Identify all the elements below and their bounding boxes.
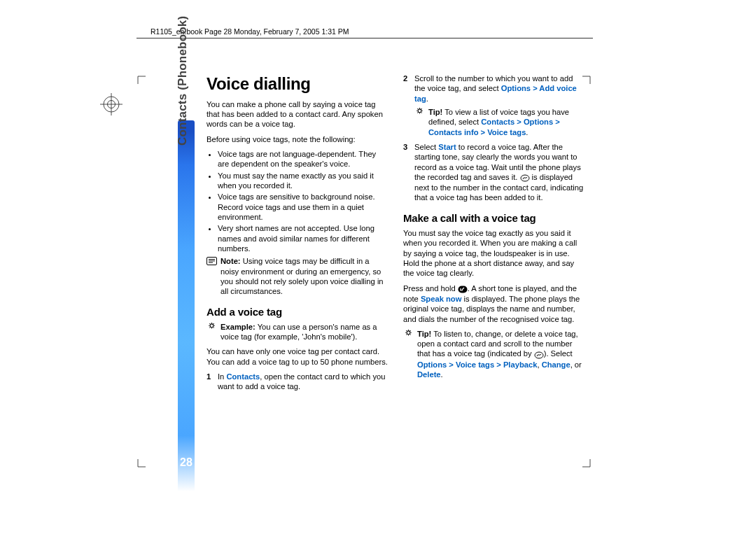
step-2-number: 2 (403, 73, 414, 104)
intro-paragraph: You can make a phone call by saying a vo… (206, 99, 388, 129)
tip-icon-1 (414, 107, 427, 137)
tip-2-post: . (441, 370, 443, 379)
step-1: 1 In Contacts, open the contact card to … (206, 372, 388, 392)
svg-line-33 (406, 330, 407, 331)
before-line: Before using voice tags, note the follow… (206, 134, 388, 144)
tip-2-label: Tip! (417, 330, 431, 338)
svg-point-8 (210, 324, 214, 328)
svg-rect-5 (209, 259, 215, 260)
bullet-3: Voice tags are sensitive to background n… (218, 192, 388, 222)
example-block: Example: You can use a person's name as … (206, 322, 388, 342)
svg-line-23 (421, 112, 422, 113)
svg-line-14 (214, 327, 214, 328)
page-number: 28 (180, 456, 192, 469)
make-paragraph-2: Press and hold . A short tone is played,… (403, 283, 584, 324)
bullet-1: Voice tags are not language-dependent. T… (218, 149, 388, 169)
header-rule (136, 38, 593, 38)
step-3-number: 3 (403, 142, 414, 203)
step-3-body: Select Start to record a voice tag. Afte… (414, 142, 584, 203)
svg-rect-7 (209, 262, 213, 263)
tip-2-link-2: Change (542, 360, 570, 369)
step-2: 2 Scroll to the number to which you want… (403, 73, 584, 104)
send-key-icon (458, 284, 468, 294)
heading-add-voice-tag: Add a voice tag (206, 305, 388, 318)
bullet-4: Very short names are not accepted. Use l… (218, 223, 388, 253)
svg-line-15 (209, 327, 210, 328)
svg-point-28 (407, 331, 410, 335)
svg-line-16 (214, 323, 214, 324)
side-section-label: Contacts (Phonebook) (176, 16, 190, 146)
note-label: Note: (220, 257, 241, 265)
svg-line-35 (406, 334, 407, 335)
tip-2-mid: ). Select (544, 349, 573, 358)
example-icon (206, 322, 219, 342)
tip-2-link-1: Options > Voice tags > Playback (417, 360, 537, 369)
step-1-number: 1 (206, 372, 218, 392)
steps-list-2: 2 Scroll to the number to which you want… (403, 73, 584, 104)
step-3-link-start: Start (438, 143, 456, 151)
svg-line-25 (421, 108, 422, 109)
step-3-pre: Select (414, 143, 438, 151)
tip-1-label: Tip! (428, 108, 442, 116)
heading-voice-dialling: Voice dialling (206, 73, 388, 95)
voice-tag-indicator-icon (520, 173, 530, 183)
step-2-post: . (426, 94, 428, 103)
heading-make-call: Make a call with a voice tag (403, 211, 584, 225)
svg-point-17 (418, 109, 421, 113)
make2-pre: Press and hold (403, 284, 458, 293)
note-text: Note: Using voice tags may be difficult … (220, 256, 388, 296)
example-label: Example: (220, 323, 255, 331)
tip-2-block: Tip! To listen to, change, or delete a v… (403, 329, 584, 380)
column-right: 2 Scroll to the number to which you want… (403, 73, 584, 395)
svg-line-34 (410, 334, 411, 335)
svg-line-22 (417, 108, 418, 109)
crop-registration-target (100, 93, 122, 115)
limit-paragraph: You can have only one voice tag per cont… (206, 346, 388, 367)
svg-line-24 (417, 112, 418, 113)
note-body: Using voice tags may be difficult in a n… (220, 257, 384, 295)
tip-1-text: Tip! To view a list of voice tags you ha… (428, 107, 584, 137)
steps-list-1: 1 In Contacts, open the contact card to … (206, 372, 388, 392)
tip-2-or: , or (570, 360, 582, 369)
svg-line-13 (209, 323, 210, 324)
step-3: 3 Select Start to record a voice tag. Af… (403, 142, 584, 203)
note-block: Note: Using voice tags may be difficult … (206, 256, 388, 296)
step-2-body: Scroll to the number to which you want t… (414, 73, 584, 104)
example-text: Example: You can use a person's name as … (220, 322, 388, 342)
tip-icon-2 (403, 329, 416, 380)
tip-1-post: . (526, 128, 528, 136)
tip-2-text: Tip! To listen to, change, or delete a v… (417, 329, 584, 380)
step-1-pre: In (218, 372, 226, 381)
step-1-link-contacts: Contacts (226, 372, 260, 381)
note-icon (206, 256, 219, 296)
page-body: Contacts (Phonebook) 28 Voice dialling Y… (136, 73, 592, 469)
column-left: Voice dialling You can make a phone call… (206, 73, 388, 395)
bullet-2: You must say the name exactly as you sai… (218, 171, 388, 191)
speak-now-label: Speak now (421, 295, 461, 303)
side-tab-gradient (178, 120, 195, 491)
tip-2-link-3: Delete (417, 370, 441, 379)
tip-1-block: Tip! To view a list of voice tags you ha… (403, 107, 584, 137)
make-paragraph-1: You must say the voice tag exactly as yo… (403, 228, 584, 279)
svg-rect-6 (209, 261, 215, 262)
bullet-list: Voice tags are not language-dependent. T… (206, 149, 388, 253)
steps-list-3: 3 Select Start to record a voice tag. Af… (403, 142, 584, 203)
content-columns: Voice dialling You can make a phone call… (206, 73, 584, 395)
svg-line-36 (410, 330, 411, 331)
voice-tag-indicator-icon-2 (534, 349, 544, 359)
step-1-body: In Contacts, open the contact card to wh… (218, 372, 388, 392)
